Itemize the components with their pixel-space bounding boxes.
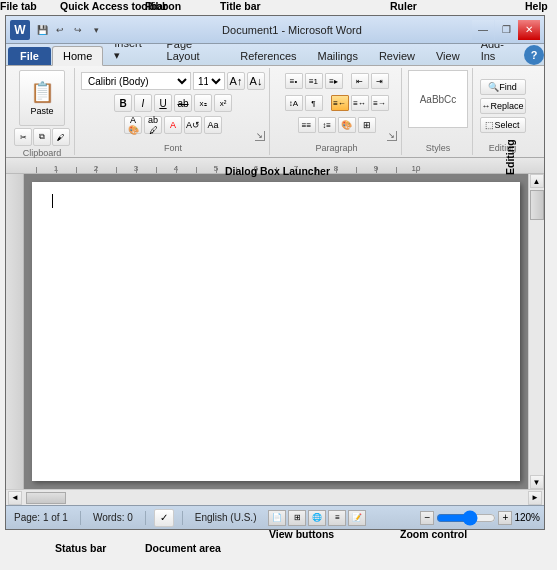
references-tab[interactable]: References (230, 47, 306, 65)
multilevel-button[interactable]: ≡▸ (325, 73, 343, 89)
subscript-button[interactable]: x₂ (194, 94, 212, 112)
review-tab[interactable]: Review (369, 47, 425, 65)
help-button[interactable]: ? (524, 45, 544, 65)
customize-qa-button[interactable]: ▾ (88, 22, 104, 38)
align-left-button[interactable]: ≡← (331, 95, 349, 111)
show-hide-button[interactable]: ¶ (305, 95, 323, 111)
change-case-button[interactable]: Aa (204, 116, 222, 134)
editing-group: 🔍Find ↔Replace ⬚Select Editing (475, 68, 530, 155)
clipboard-group: 📋 Paste ✂ ⧉ 🖌 Clipboard (10, 68, 75, 155)
find-button[interactable]: 🔍Find (480, 79, 526, 95)
editing-content: 🔍Find ↔Replace ⬚Select (480, 70, 526, 141)
strikethrough-button[interactable]: ab (174, 94, 192, 112)
zoom-in-button[interactable]: + (498, 511, 512, 525)
font-dialog-launcher[interactable]: ↘ (255, 131, 265, 141)
full-screen-view-button[interactable]: ⊞ (288, 510, 306, 526)
font-group: Calibri (Body) 11 A↑ A↓ B I U ab x₂ x² A… (77, 68, 270, 155)
decrease-indent-button[interactable]: ⇤ (351, 73, 369, 89)
scroll-h-thumb[interactable] (26, 492, 66, 504)
font-name-select[interactable]: Calibri (Body) (81, 72, 191, 90)
increase-font-button[interactable]: A↑ (227, 72, 245, 90)
line-spacing-button[interactable]: ↕≡ (318, 117, 336, 133)
text-cursor (52, 194, 53, 208)
scroll-right-button[interactable]: ► (528, 491, 542, 505)
increase-indent-button[interactable]: ⇥ (371, 73, 389, 89)
home-tab[interactable]: Home (52, 46, 103, 66)
status-separator (80, 511, 81, 525)
editing-group-label: Editing (489, 141, 517, 153)
horizontal-scrollbar[interactable]: ◄ ► (6, 489, 544, 505)
superscript-button[interactable]: x² (214, 94, 232, 112)
copy-button[interactable]: ⧉ (33, 128, 51, 146)
redo-button[interactable]: ↪ (70, 22, 86, 38)
scroll-up-button[interactable]: ▲ (530, 174, 544, 188)
para-dialog-launcher[interactable]: ↘ (387, 131, 397, 141)
borders-button[interactable]: ⊞ (358, 117, 376, 133)
ruler-mark (186, 158, 206, 173)
view-buttons: 📄 ⊞ 🌐 ≡ 📝 (268, 510, 366, 526)
scroll-thumb[interactable] (530, 190, 544, 220)
proofing-button[interactable]: ✓ (154, 509, 174, 527)
ruler-mark (266, 158, 286, 173)
minimize-button[interactable]: — (472, 20, 494, 40)
ruler-mark: 6 (246, 158, 266, 173)
status-separator (145, 511, 146, 525)
mailings-tab[interactable]: Mailings (308, 47, 368, 65)
spacing-row: ≡≡ ↕≡ 🎨 ⊞ (298, 114, 376, 136)
outline-view-button[interactable]: ≡ (328, 510, 346, 526)
print-layout-view-button[interactable]: 📄 (268, 510, 286, 526)
cut-button[interactable]: ✂ (14, 128, 32, 146)
scroll-down-button[interactable]: ▼ (530, 475, 544, 489)
ribbon-tab-bar: File Home Insert ▾ Page Layout Reference… (6, 44, 544, 66)
align-right-button[interactable]: ≡→ (371, 95, 389, 111)
word-logo-icon: W (10, 20, 30, 40)
bold-button[interactable]: B (114, 94, 132, 112)
bullets-button[interactable]: ≡• (285, 73, 303, 89)
font-color-row: A🎨 ab🖊 A A↺ Aa (124, 114, 222, 136)
web-layout-view-button[interactable]: 🌐 (308, 510, 326, 526)
text-highlight-button[interactable]: ab🖊 (144, 116, 162, 134)
close-button[interactable]: ✕ (518, 20, 540, 40)
sort-button[interactable]: ↕A (285, 95, 303, 111)
document-page[interactable] (32, 182, 520, 481)
vertical-scrollbar[interactable]: ▲ ▼ (528, 174, 544, 489)
ruler-mark (226, 158, 246, 173)
view-tab[interactable]: View (426, 47, 470, 65)
font-size-select[interactable]: 11 (193, 72, 225, 90)
help-annotation: Help (525, 0, 548, 12)
ruler-mark: 2 (86, 158, 106, 173)
ruler-mark (346, 158, 366, 173)
draft-view-button[interactable]: 📝 (348, 510, 366, 526)
sort-row: ↕A ¶ ≡← ≡↔ ≡→ (285, 92, 389, 114)
styles-preview[interactable]: AaBbCc (408, 70, 468, 128)
italic-button[interactable]: I (134, 94, 152, 112)
word-count: Words: 0 (89, 511, 137, 524)
shading-button[interactable]: 🎨 (338, 117, 356, 133)
paste-button[interactable]: 📋 Paste (19, 70, 65, 126)
underline-button[interactable]: U (154, 94, 172, 112)
save-button[interactable]: 💾 (34, 22, 50, 38)
replace-button[interactable]: ↔Replace (480, 98, 526, 114)
select-button[interactable]: ⬚Select (480, 117, 526, 133)
title-bar: W 💾 ↩ ↪ ▾ Document1 - Microsoft Word — ❐… (6, 16, 544, 44)
document-scroll-area[interactable] (24, 174, 528, 489)
text-effects-button[interactable]: A🎨 (124, 116, 142, 134)
font-color-button[interactable]: A (164, 116, 182, 134)
format-painter-button[interactable]: 🖌 (52, 128, 70, 146)
decrease-font-button[interactable]: A↓ (247, 72, 265, 90)
clear-format-button[interactable]: A↺ (184, 116, 202, 134)
ruler-mark (66, 158, 86, 173)
status-bar: Page: 1 of 1 Words: 0 ✓ English (U.S.) 📄… (6, 505, 544, 529)
undo-button[interactable]: ↩ (52, 22, 68, 38)
file-tab[interactable]: File (8, 47, 51, 65)
justify-button[interactable]: ≡≡ (298, 117, 316, 133)
restore-button[interactable]: ❐ (495, 20, 517, 40)
zoom-slider[interactable] (436, 513, 496, 523)
zoom-out-button[interactable]: − (420, 511, 434, 525)
paste-icon: 📋 (30, 80, 55, 104)
align-center-button[interactable]: ≡↔ (351, 95, 369, 111)
numbering-button[interactable]: ≡1 (305, 73, 323, 89)
page-count: Page: 1 of 1 (10, 511, 72, 524)
scroll-left-button[interactable]: ◄ (8, 491, 22, 505)
ruler-mark: 7 (286, 158, 306, 173)
